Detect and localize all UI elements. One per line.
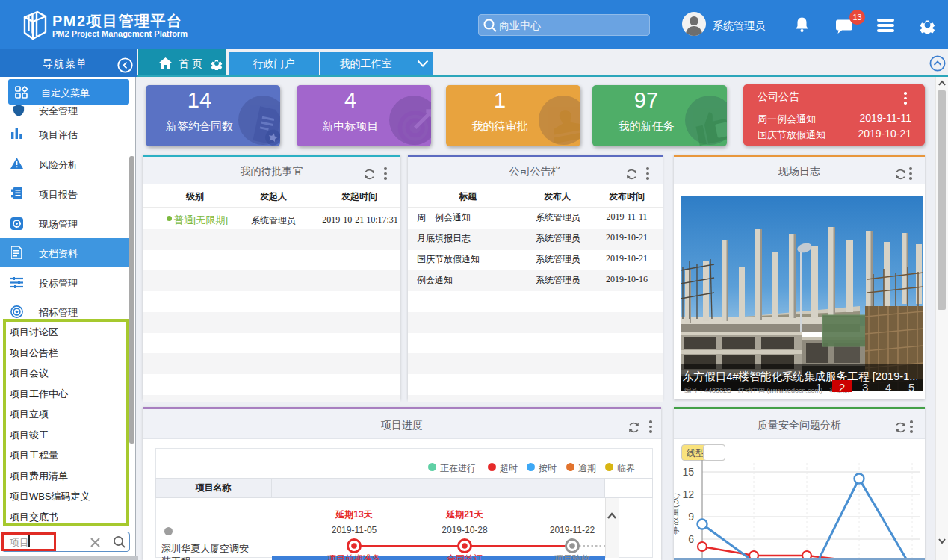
svg-text:项目前期准备: 项目前期准备	[327, 553, 381, 560]
svg-text:2019-11-05: 2019-11-05	[332, 525, 377, 535]
svg-text:延期21天: 延期21天	[445, 509, 483, 520]
svg-text:延期13天: 延期13天	[335, 509, 372, 520]
svg-text:2019-11-22: 2019-11-22	[550, 525, 595, 535]
svg-text:6: 6	[688, 533, 694, 545]
svg-text:项目验收: 项目验收	[554, 553, 590, 560]
svg-text:2019-10-28: 2019-10-28	[442, 525, 488, 535]
svg-text:9: 9	[688, 511, 694, 523]
svg-text:合同签订: 合同签订	[447, 553, 483, 560]
svg-text:12: 12	[682, 488, 694, 500]
svg-text:事故量(次): 事故量(次)	[674, 493, 680, 535]
svg-text:15: 15	[682, 466, 694, 478]
